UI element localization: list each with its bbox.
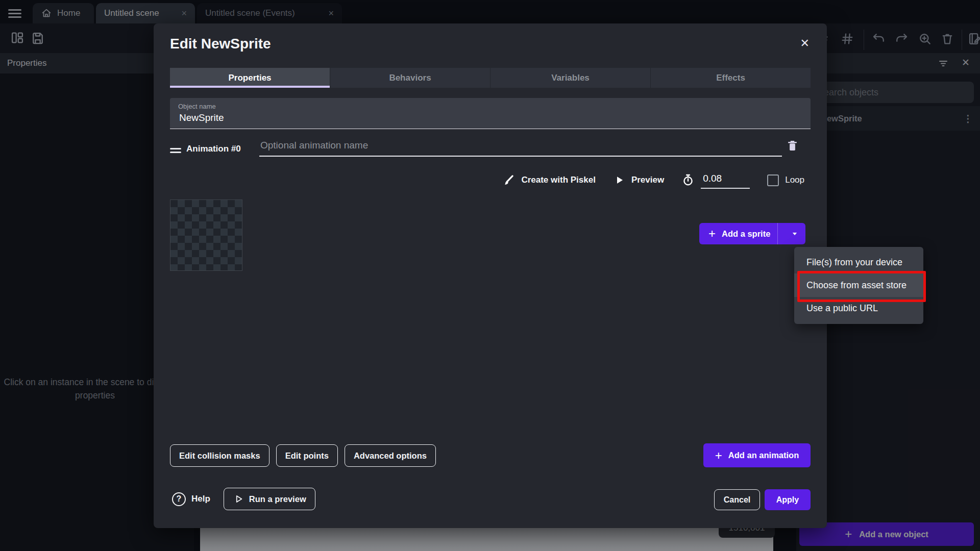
add-animation-button[interactable]: + Add an animation: [703, 443, 811, 467]
object-name-input[interactable]: [178, 112, 793, 124]
tab-effects[interactable]: Effects: [651, 68, 811, 88]
run-preview-button[interactable]: Run a preview: [224, 488, 315, 510]
add-sprite-label: Add a sprite: [722, 229, 770, 239]
sprite-thumbnail-placeholder[interactable]: [170, 199, 242, 271]
run-preview-label: Run a preview: [249, 494, 306, 504]
brush-icon: [502, 173, 515, 187]
frame-duration-input[interactable]: [701, 172, 750, 189]
object-name-field[interactable]: Object name: [170, 98, 811, 129]
question-mark-icon: ?: [172, 492, 186, 506]
frame-duration-group: [681, 172, 750, 189]
edit-collision-masks-button[interactable]: Edit collision masks: [170, 444, 270, 467]
apply-button[interactable]: Apply: [765, 489, 811, 510]
gdevelop-app: Home Untitled scene × Untitled scene (Ev…: [0, 0, 980, 551]
edit-collision-masks-label: Edit collision masks: [179, 451, 260, 461]
button-divider: [777, 223, 778, 244]
advanced-options-label: Advanced options: [354, 451, 427, 461]
edit-points-button[interactable]: Edit points: [276, 444, 338, 467]
create-with-piskel-label: Create with Piskel: [521, 175, 596, 185]
edit-points-label: Edit points: [285, 451, 329, 461]
close-icon[interactable]: ✕: [800, 37, 810, 50]
timer-icon: [681, 173, 695, 187]
animation-label: Animation #0: [186, 144, 241, 154]
menu-item-files-from-device[interactable]: File(s) from your device: [794, 253, 923, 272]
help-label: Help: [191, 494, 210, 504]
tab-properties[interactable]: Properties: [170, 68, 330, 88]
loop-label: Loop: [785, 175, 804, 185]
object-name-field-label: Object name: [178, 103, 216, 110]
add-animation-label: Add an animation: [728, 450, 799, 460]
tab-behaviors[interactable]: Behaviors: [330, 68, 491, 88]
add-sprite-button[interactable]: + Add a sprite: [699, 223, 805, 244]
add-sprite-dropdown-menu: File(s) from your device Choose from ass…: [794, 247, 923, 324]
dialog-title: Edit NewSprite: [170, 36, 271, 52]
cancel-button[interactable]: Cancel: [714, 489, 760, 510]
drag-handle-icon[interactable]: [170, 146, 181, 155]
play-outline-icon: [233, 493, 244, 505]
advanced-options-button[interactable]: Advanced options: [345, 444, 436, 467]
loop-checkbox[interactable]: [767, 174, 779, 186]
delete-animation-icon[interactable]: [786, 139, 799, 153]
plus-icon: +: [708, 228, 716, 240]
loop-toggle: Loop: [767, 174, 804, 186]
menu-item-use-public-url[interactable]: Use a public URL: [794, 298, 923, 318]
apply-label: Apply: [776, 495, 799, 505]
plus-icon: +: [715, 449, 722, 462]
dialog-tabs: Properties Behaviors Variables Effects: [170, 68, 811, 88]
animation-tools-row: Edit collision masks Edit points Advance…: [170, 444, 436, 467]
preview-button[interactable]: Preview: [613, 174, 664, 186]
cancel-label: Cancel: [724, 495, 750, 505]
animation-name-input[interactable]: [259, 138, 782, 157]
play-icon: [613, 174, 625, 186]
help-button[interactable]: ? Help: [172, 492, 210, 506]
animation-controls-row: Create with Piskel Preview Loop: [439, 169, 804, 191]
edit-sprite-dialog: Edit NewSprite ✕ Properties Behaviors Va…: [154, 23, 827, 528]
dialog-footer: ? Help Run a preview: [172, 487, 315, 511]
tab-variables[interactable]: Variables: [491, 68, 651, 88]
menu-item-choose-from-asset-store[interactable]: Choose from asset store: [794, 273, 923, 297]
add-sprite-dropdown-arrow[interactable]: [784, 229, 805, 239]
create-with-piskel-button[interactable]: Create with Piskel: [502, 173, 596, 187]
preview-label: Preview: [631, 175, 664, 185]
